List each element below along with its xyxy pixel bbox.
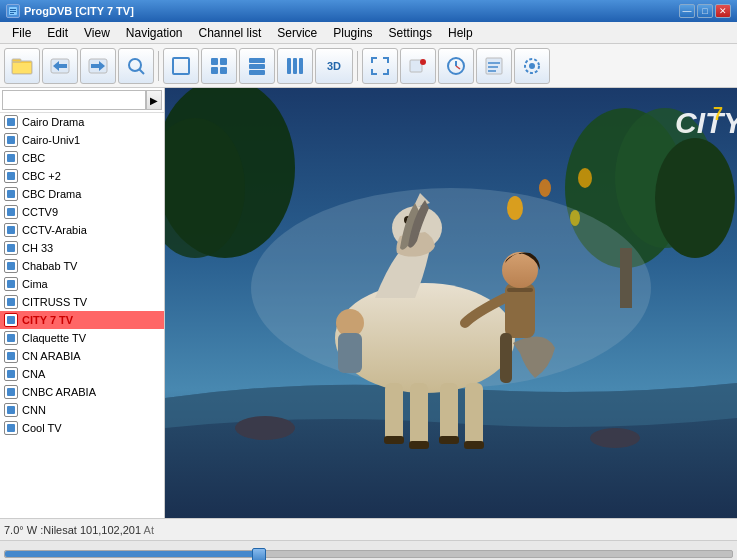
channel-item[interactable]: CN ARABIA bbox=[0, 347, 164, 365]
channel-item[interactable]: Chabab TV bbox=[0, 257, 164, 275]
progress-thumb[interactable] bbox=[252, 548, 266, 561]
svg-rect-57 bbox=[439, 436, 459, 444]
svg-point-40 bbox=[655, 138, 735, 258]
svg-rect-6 bbox=[13, 63, 31, 73]
channel-icon bbox=[4, 187, 18, 201]
channel-item[interactable]: Claquette TV bbox=[0, 329, 164, 347]
main-content: ▶ Cairo Drama Cairo-Univ1 CBC CBC +2 bbox=[0, 88, 737, 518]
layout2-button[interactable] bbox=[201, 48, 237, 84]
channel-item[interactable]: Cairo-Univ1 bbox=[0, 131, 164, 149]
settings-button[interactable] bbox=[514, 48, 550, 84]
channel-icon bbox=[4, 403, 18, 417]
channel-search-button[interactable]: ▶ bbox=[146, 90, 162, 110]
svg-line-30 bbox=[456, 66, 460, 69]
menu-edit[interactable]: Edit bbox=[39, 22, 76, 43]
channel-item-active[interactable]: CITY 7 TV bbox=[0, 311, 164, 329]
svg-rect-52 bbox=[410, 383, 428, 448]
menu-navigation[interactable]: Navigation bbox=[118, 22, 191, 43]
channel-icon bbox=[4, 331, 18, 345]
channel-icon bbox=[4, 223, 18, 237]
svg-rect-15 bbox=[173, 58, 189, 74]
channel-item[interactable]: CBC Drama bbox=[0, 185, 164, 203]
menu-view[interactable]: View bbox=[76, 22, 118, 43]
close-button[interactable]: ✕ bbox=[715, 4, 731, 18]
channel-icon bbox=[4, 295, 18, 309]
back-button[interactable] bbox=[42, 48, 78, 84]
menu-channellist[interactable]: Channel list bbox=[191, 22, 270, 43]
channel-item[interactable]: CNBC ARABIA bbox=[0, 383, 164, 401]
channel-item[interactable]: Cairo Drama bbox=[0, 113, 164, 131]
svg-rect-62 bbox=[507, 288, 533, 292]
channel-search-bar: ▶ bbox=[0, 88, 164, 113]
channel-item[interactable]: CNA bbox=[0, 365, 164, 383]
fullscreen-button[interactable] bbox=[362, 48, 398, 84]
layout4-button[interactable] bbox=[277, 48, 313, 84]
svg-rect-16 bbox=[211, 58, 218, 65]
channel-name: Cima bbox=[22, 278, 48, 290]
schedule-button[interactable] bbox=[438, 48, 474, 84]
channel-name: CN ARABIA bbox=[22, 350, 81, 362]
svg-point-35 bbox=[529, 63, 535, 69]
3d-button[interactable]: 3D bbox=[315, 48, 353, 84]
channel-icon bbox=[4, 421, 18, 435]
channel-name: CBC Drama bbox=[22, 188, 81, 200]
channel-item[interactable]: CH 33 bbox=[0, 239, 164, 257]
separator1 bbox=[158, 51, 159, 81]
status-text: 7.0° W :Nilesat 101,102,201 At bbox=[4, 524, 733, 536]
layout3-button[interactable] bbox=[239, 48, 275, 84]
channel-item[interactable]: Cool TV bbox=[0, 419, 164, 437]
svg-rect-21 bbox=[249, 64, 265, 69]
menu-bar: File Edit View Navigation Channel list S… bbox=[0, 22, 737, 44]
app-icon bbox=[6, 4, 20, 18]
channel-name: CNN bbox=[22, 404, 46, 416]
title-controls[interactable]: — □ ✕ bbox=[679, 4, 731, 18]
channel-item[interactable]: CBC +2 bbox=[0, 167, 164, 185]
svg-rect-55 bbox=[384, 436, 404, 444]
svg-point-63 bbox=[336, 309, 364, 337]
channel-icon bbox=[4, 115, 18, 129]
progress-track[interactable] bbox=[4, 550, 733, 558]
menu-service[interactable]: Service bbox=[269, 22, 325, 43]
menu-file[interactable]: File bbox=[4, 22, 39, 43]
layout1-button[interactable] bbox=[163, 48, 199, 84]
svg-rect-61 bbox=[500, 333, 512, 383]
epg-button[interactable] bbox=[476, 48, 512, 84]
menu-help[interactable]: Help bbox=[440, 22, 481, 43]
svg-rect-22 bbox=[249, 70, 265, 75]
menu-plugins[interactable]: Plugins bbox=[325, 22, 380, 43]
channel-item[interactable]: Cima bbox=[0, 275, 164, 293]
channel-item[interactable]: CCTV9 bbox=[0, 203, 164, 221]
title-bar: ProgDVB [CITY 7 TV] — □ ✕ bbox=[0, 0, 737, 22]
channel-icon bbox=[4, 367, 18, 381]
channel-name: Cairo Drama bbox=[22, 116, 84, 128]
channel-icon bbox=[4, 241, 18, 255]
channel-icon bbox=[4, 259, 18, 273]
channel-item[interactable]: CBC bbox=[0, 149, 164, 167]
forward-button[interactable] bbox=[80, 48, 116, 84]
channel-icon bbox=[4, 349, 18, 363]
svg-point-65 bbox=[507, 196, 523, 220]
channel-item[interactable]: CITRUSS TV bbox=[0, 293, 164, 311]
maximize-button[interactable]: □ bbox=[697, 4, 713, 18]
channel-search-input[interactable] bbox=[2, 90, 146, 110]
channel-name: CBC bbox=[22, 152, 45, 164]
open-button[interactable] bbox=[4, 48, 40, 84]
record-button[interactable] bbox=[400, 48, 436, 84]
status-info: 7.0° W :Nilesat 101,102,201 bbox=[4, 524, 141, 536]
svg-rect-9 bbox=[59, 64, 67, 68]
video-panel[interactable]: CITY 7 bbox=[165, 88, 737, 518]
svg-point-46 bbox=[590, 428, 640, 448]
channel-name: CCTV9 bbox=[22, 206, 58, 218]
svg-rect-54 bbox=[465, 383, 483, 448]
menu-settings[interactable]: Settings bbox=[381, 22, 440, 43]
svg-rect-23 bbox=[287, 58, 291, 74]
svg-rect-53 bbox=[440, 383, 458, 443]
title-bar-left: ProgDVB [CITY 7 TV] bbox=[6, 4, 134, 18]
svg-rect-56 bbox=[409, 441, 429, 449]
channel-name: CNBC ARABIA bbox=[22, 386, 96, 398]
channel-item[interactable]: CCTV-Arabia bbox=[0, 221, 164, 239]
channel-item[interactable]: CNN bbox=[0, 401, 164, 419]
search-button[interactable] bbox=[118, 48, 154, 84]
minimize-button[interactable]: — bbox=[679, 4, 695, 18]
status-suffix: At bbox=[144, 524, 154, 536]
